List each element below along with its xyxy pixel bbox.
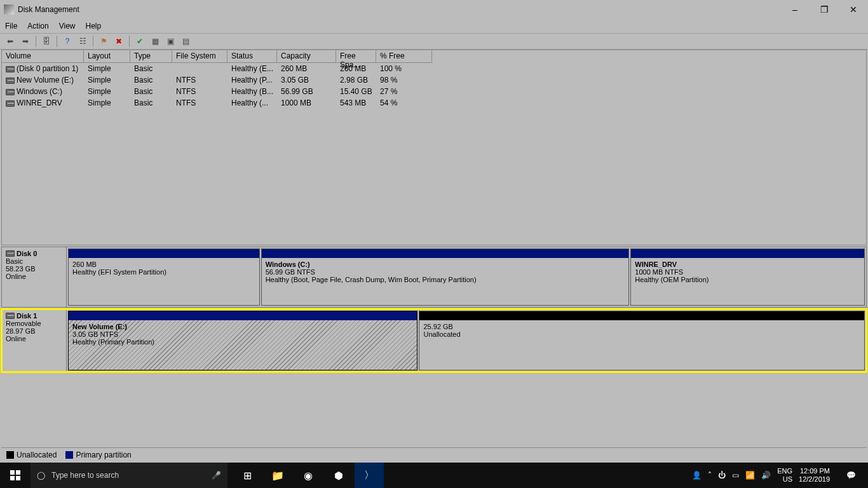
col-pctfree[interactable]: % Free <box>376 50 432 63</box>
partition-status: Healthy (EFI System Partition) <box>72 268 166 276</box>
battery-icon[interactable]: ▭ <box>732 471 739 480</box>
task-view-button[interactable]: ⊞ <box>233 463 262 488</box>
maximize-button[interactable]: ❐ <box>810 0 839 19</box>
tray-status-icon[interactable]: ⏻ <box>718 471 726 480</box>
system-tray: 👤 ˄ ⏻ ▭ 📶 🔊 ENGUS 12:09 PM12/2/2019 💬 <box>692 463 868 488</box>
partition-size: 56.99 GB NTFS <box>266 268 315 276</box>
partition-status: Healthy (Boot, Page File, Crash Dump, Wi… <box>266 276 477 283</box>
title-bar: Disk Management – ❐ ✕ <box>0 0 868 19</box>
refresh-button[interactable]: ✔ <box>133 35 146 48</box>
legend-item: Unallocated <box>6 451 57 459</box>
legend: Unallocated Primary partition <box>1 447 867 461</box>
minimize-button[interactable]: – <box>780 0 810 19</box>
close-button[interactable]: ✕ <box>839 0 868 19</box>
legend-item: Primary partition <box>65 451 131 459</box>
col-layout[interactable]: Layout <box>84 50 130 63</box>
mic-icon[interactable]: 🎤 <box>212 471 221 480</box>
app-title: Disk Management <box>18 5 79 14</box>
graphical-view: Disk 0Basic58.23 GBOnline260 MBHealthy (… <box>1 247 867 372</box>
volume-row[interactable]: New Volume (E:)SimpleBasicNTFSHealthy (P… <box>2 74 866 86</box>
back-button[interactable]: ⬅ <box>4 35 17 48</box>
partition[interactable]: Windows (C:)56.99 GB NTFSHealthy (Boot, … <box>261 248 630 306</box>
menu-action[interactable]: Action <box>27 22 48 30</box>
properties-button[interactable]: 🗄 <box>40 35 53 48</box>
volume-list[interactable]: Volume Layout Type File System Status Ca… <box>1 50 867 245</box>
search-placeholder: Type here to search <box>51 471 119 480</box>
taskbar-app[interactable]: ⬢ <box>324 463 353 488</box>
partition-status: Healthy (Primary Partition) <box>72 338 154 346</box>
volume-icon[interactable]: 🔊 <box>761 471 771 480</box>
start-button[interactable] <box>0 463 31 488</box>
cortana-icon: ◯ <box>37 471 45 480</box>
partition-size: 260 MB <box>72 261 97 268</box>
col-freespace[interactable]: Free Spa... <box>336 50 376 63</box>
svg-rect-3 <box>16 476 20 480</box>
partition-title: New Volume (E:) <box>72 323 127 330</box>
svg-rect-1 <box>16 470 20 475</box>
disk-label: Disk 1Removable28.97 GBOnline <box>2 309 67 372</box>
attach-button[interactable]: ▣ <box>164 35 177 48</box>
separator <box>93 36 93 47</box>
language-indicator[interactable]: ENGUS <box>777 467 792 484</box>
unallocated-space[interactable]: 25.92 GBUnallocated <box>419 311 865 370</box>
notifications-button[interactable]: 💬 <box>836 463 865 488</box>
svg-rect-2 <box>10 476 15 480</box>
partition-size: 3.05 GB NTFS <box>72 330 118 338</box>
help-button[interactable]: ? <box>61 35 74 48</box>
disk-label: Disk 0Basic58.23 GBOnline <box>2 247 67 307</box>
col-filesystem[interactable]: File System <box>172 50 227 63</box>
svg-rect-0 <box>10 470 15 475</box>
disk-row-0[interactable]: Disk 0Basic58.23 GBOnline260 MBHealthy (… <box>1 247 867 308</box>
taskbar-powershell[interactable]: 〉 <box>355 463 384 488</box>
taskbar-chrome[interactable]: ◉ <box>294 463 323 488</box>
volume-row[interactable]: (Disk 0 partition 1)SimpleBasicHealthy (… <box>2 63 866 74</box>
tray-chevron-icon[interactable]: ˄ <box>708 471 712 480</box>
partition-status: Healthy (OEM Partition) <box>635 276 709 283</box>
partition-size: 25.92 GB <box>423 323 452 330</box>
drive-icon <box>6 89 15 95</box>
forward-button[interactable]: ➡ <box>19 35 32 48</box>
partition-title: WINRE_DRV <box>635 261 677 268</box>
drive-icon <box>6 313 15 319</box>
drive-icon <box>6 100 15 107</box>
separator <box>129 36 130 47</box>
wifi-icon[interactable]: 📶 <box>745 471 755 480</box>
search-box[interactable]: ◯ Type here to search 🎤 <box>31 463 227 488</box>
menu-view[interactable]: View <box>59 22 76 30</box>
menu-bar: File Action View Help <box>0 19 868 33</box>
partition[interactable]: New Volume (E:)3.05 GB NTFSHealthy (Prim… <box>68 311 417 370</box>
taskbar: ◯ Type here to search 🎤 ⊞ 📁 ◉ ⬢ 〉 👤 ˄ ⏻ … <box>0 463 868 488</box>
partition-size: 1000 MB NTFS <box>635 268 683 276</box>
options-button[interactable]: ☷ <box>76 35 89 48</box>
volume-row[interactable]: WINRE_DRVSimpleBasicNTFSHealthy (...1000… <box>2 97 866 109</box>
delete-button[interactable]: ✖ <box>112 35 125 48</box>
taskbar-explorer[interactable]: 📁 <box>263 463 292 488</box>
rescan-button[interactable]: ▦ <box>149 35 161 48</box>
detach-button[interactable]: ▤ <box>179 35 192 48</box>
people-icon[interactable]: 👤 <box>692 471 702 480</box>
disk-row-1[interactable]: Disk 1Removable28.97 GBOnlineNew Volume … <box>1 309 867 372</box>
volume-row[interactable]: Windows (C:)SimpleBasicNTFSHealthy (B...… <box>2 86 866 97</box>
volume-list-header[interactable]: Volume Layout Type File System Status Ca… <box>2 50 866 63</box>
partition[interactable]: 260 MBHealthy (EFI System Partition) <box>68 248 260 306</box>
clock[interactable]: 12:09 PM12/2/2019 <box>799 467 830 484</box>
menu-help[interactable]: Help <box>86 22 102 30</box>
partition[interactable]: WINRE_DRV1000 MB NTFSHealthy (OEM Partit… <box>630 248 865 306</box>
col-status[interactable]: Status <box>227 50 277 63</box>
separator <box>57 36 57 47</box>
action-button[interactable]: ⚑ <box>97 35 110 48</box>
toolbar: ⬅ ➡ 🗄 ? ☷ ⚑ ✖ ✔ ▦ ▣ ▤ <box>0 33 868 50</box>
col-type[interactable]: Type <box>130 50 172 63</box>
drive-icon <box>6 250 15 257</box>
drive-icon <box>6 66 15 72</box>
col-capacity[interactable]: Capacity <box>277 50 336 63</box>
drive-icon <box>6 78 15 84</box>
menu-file[interactable]: File <box>5 22 17 30</box>
separator <box>36 36 36 47</box>
partition-status: Unallocated <box>423 330 460 338</box>
col-volume[interactable]: Volume <box>2 50 84 63</box>
diskmgmt-icon <box>4 4 14 15</box>
partition-title: Windows (C:) <box>266 261 310 268</box>
